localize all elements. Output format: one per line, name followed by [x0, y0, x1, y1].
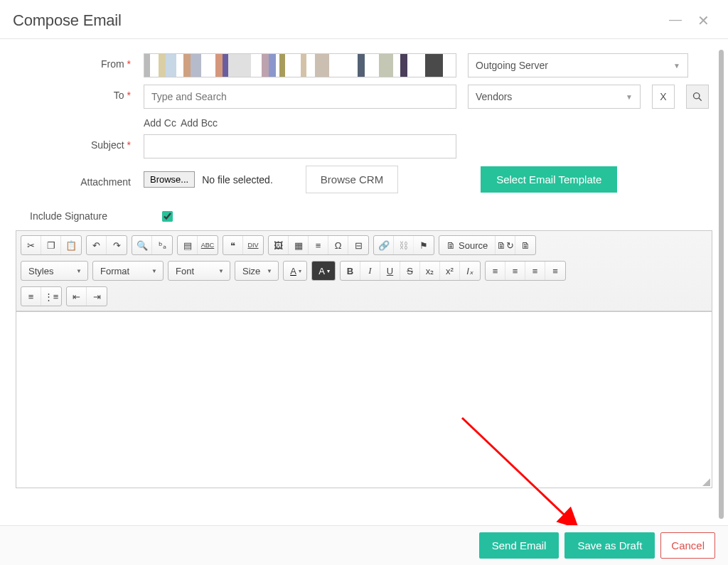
search-icon: [692, 92, 702, 102]
image-icon[interactable]: 🖼: [269, 236, 289, 254]
paste-icon[interactable]: 📋: [61, 236, 81, 254]
close-icon[interactable]: ✕: [697, 12, 710, 29]
editor-content-area[interactable]: [16, 311, 712, 488]
hr-icon[interactable]: ≡: [309, 236, 328, 254]
numbered-list-icon[interactable]: ≡: [21, 287, 41, 306]
size-dropdown[interactable]: Size▼: [235, 261, 279, 281]
from-input[interactable]: [144, 53, 456, 77]
styles-dropdown[interactable]: Styles▼: [21, 261, 88, 281]
subject-input[interactable]: [144, 134, 456, 158]
add-cc-link[interactable]: Add Cc: [144, 117, 176, 129]
no-file-text: No file selected.: [202, 174, 273, 185]
browse-crm-button[interactable]: Browse CRM: [306, 166, 398, 193]
bold-icon[interactable]: B: [341, 262, 360, 280]
attachment-label: Attachment: [16, 171, 144, 188]
modal-header: Compose Email — ✕: [0, 0, 728, 39]
pagebreak-icon[interactable]: ⊟: [348, 236, 368, 254]
rich-text-editor: ✂ ❐ 📋 ↶ ↷ 🔍 ᵇₐ ▤ ABC ❝ DIV 🖼 ▦: [16, 230, 712, 488]
align-justify-icon[interactable]: ≡: [545, 262, 565, 280]
format-dropdown[interactable]: Format▼: [92, 261, 164, 281]
select-value: Vendors: [476, 91, 512, 102]
underline-icon[interactable]: U: [380, 262, 400, 280]
special-char-icon[interactable]: Ω: [328, 236, 348, 254]
cc-bcc-row: Add Cc Add Bcc: [144, 116, 712, 134]
spellcheck-icon[interactable]: ABC: [198, 236, 218, 254]
subject-label: Subject *: [16, 134, 144, 151]
minimize-icon[interactable]: —: [669, 12, 682, 29]
include-signature-checkbox[interactable]: [162, 211, 173, 222]
align-right-icon[interactable]: ≡: [525, 262, 545, 280]
browse-file-button[interactable]: Browse...: [144, 171, 195, 188]
undo-icon[interactable]: ↶: [87, 236, 107, 254]
align-left-icon[interactable]: ≡: [486, 262, 505, 280]
unlink-icon[interactable]: ⛓: [394, 236, 414, 254]
to-label: To *: [16, 85, 144, 101]
vendors-select[interactable]: Vendors ▼: [468, 85, 641, 109]
clear-button[interactable]: X: [652, 85, 675, 109]
select-value: Outgoing Server: [476, 60, 548, 71]
chevron-down-icon: ▼: [626, 93, 633, 101]
outdent-icon[interactable]: ⇤: [67, 287, 87, 306]
anchor-icon[interactable]: ⚑: [414, 236, 434, 254]
editor-toolbar: ✂ ❐ 📋 ↶ ↷ 🔍 ᵇₐ ▤ ABC ❝ DIV 🖼 ▦: [16, 231, 712, 311]
bg-color-dropdown[interactable]: A▾: [311, 261, 336, 281]
source-button[interactable]: 🗎 Source: [439, 236, 496, 254]
subscript-icon[interactable]: x₂: [420, 262, 440, 280]
remove-format-icon[interactable]: Iₓ: [460, 262, 480, 280]
include-signature-label: Include Signature: [30, 210, 107, 222]
modal-footer: Send Email Save as Draft Cancel: [0, 525, 728, 565]
indent-icon[interactable]: ⇥: [87, 287, 107, 306]
align-center-icon[interactable]: ≡: [505, 262, 525, 280]
blockquote-icon[interactable]: ❝: [223, 236, 243, 254]
bullet-list-icon[interactable]: ⋮≡: [41, 287, 61, 306]
superscript-icon[interactable]: x²: [440, 262, 460, 280]
search-button[interactable]: [686, 85, 709, 109]
search-editor-icon[interactable]: 🔍: [132, 236, 152, 254]
link-icon[interactable]: 🔗: [374, 236, 394, 254]
strike-icon[interactable]: S: [400, 262, 420, 280]
preview-icon[interactable]: 🗎↻: [496, 236, 515, 254]
chevron-down-icon: ▼: [673, 62, 680, 70]
italic-icon[interactable]: I: [360, 262, 380, 280]
div-icon[interactable]: DIV: [243, 236, 263, 254]
copy-icon[interactable]: ❐: [41, 236, 61, 254]
form-body: From * Outgoing Server ▼ To * Vendors ▼ …: [0, 39, 728, 488]
outgoing-server-select[interactable]: Outgoing Server ▼: [468, 53, 688, 77]
save-as-draft-button[interactable]: Save as Draft: [564, 532, 655, 559]
send-email-button[interactable]: Send Email: [479, 532, 560, 559]
modal-title: Compose Email: [13, 11, 122, 30]
add-bcc-link[interactable]: Add Bcc: [181, 117, 218, 129]
font-dropdown[interactable]: Font▼: [168, 261, 230, 281]
resize-grip-icon[interactable]: [702, 478, 710, 486]
from-label: From *: [16, 53, 144, 70]
cut-icon[interactable]: ✂: [21, 236, 41, 254]
to-input[interactable]: [144, 85, 456, 109]
text-color-dropdown[interactable]: A▾: [283, 261, 307, 281]
redo-icon[interactable]: ↷: [107, 236, 127, 254]
table-icon[interactable]: ▦: [289, 236, 309, 254]
window-controls: — ✕: [669, 12, 714, 29]
replace-icon[interactable]: ᵇₐ: [152, 236, 172, 254]
templates-icon[interactable]: 🗎: [515, 236, 535, 254]
select-all-icon[interactable]: ▤: [178, 236, 198, 254]
cancel-button[interactable]: Cancel: [660, 532, 715, 559]
select-email-template-button[interactable]: Select Email Template: [481, 166, 617, 193]
